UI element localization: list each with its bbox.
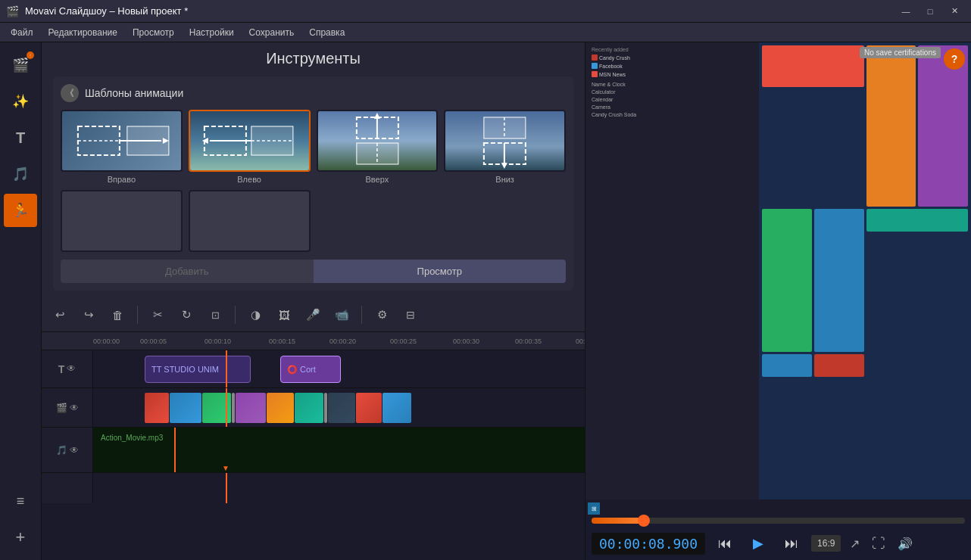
video-thumb-1[interactable] [145, 393, 169, 423]
menu-settings[interactable]: Настройки [182, 25, 242, 40]
template-actions: Добавить Просмотр [61, 260, 566, 283]
template-up[interactable]: Вверх [317, 110, 439, 184]
empty-track [42, 473, 585, 503]
help-button[interactable]: ? [944, 48, 965, 70]
delete-button[interactable]: 🗑 [105, 303, 130, 327]
ruler-10: 00:00:10 [205, 338, 231, 345]
video-thumb-5[interactable] [267, 393, 294, 423]
section-title: Шаблоны анимации [85, 87, 183, 99]
preview-template-button[interactable]: Просмотр [314, 260, 567, 283]
color-button[interactable]: ◑ [243, 303, 267, 327]
video-thumb-4[interactable] [236, 393, 266, 423]
svg-marker-13 [373, 113, 379, 119]
tools-title: Инструменты [53, 50, 573, 67]
close-button[interactable]: ✕ [944, 4, 965, 19]
audio-icon: 🎵 [12, 166, 29, 182]
clip-settings-icon: ⚙ [377, 308, 387, 322]
video-thumb-2[interactable] [170, 393, 201, 423]
eye-icon[interactable]: 👁 [67, 363, 76, 375]
go-start-button[interactable]: ⏮ [711, 530, 738, 557]
app-list: Candy Crush Facebook MSN News Name & Clo… [589, 54, 756, 118]
back-button[interactable]: 《 [61, 84, 79, 102]
app-icon-1 [592, 54, 598, 61]
video-thumb-8[interactable] [356, 393, 382, 423]
camera-button[interactable]: 📹 [329, 303, 354, 327]
fullscreen-button[interactable]: ⛶ [869, 533, 888, 555]
back-icon: 《 [65, 87, 74, 100]
tile-green [762, 209, 812, 351]
menu-save[interactable]: Сохранить [242, 25, 302, 40]
text-clip-1[interactable]: TT STUDIO UNIM [145, 356, 251, 383]
video-eye-icon[interactable]: 👁 [70, 403, 79, 413]
aspect-ratio[interactable]: 16:9 [811, 535, 841, 552]
audio-eye-icon[interactable]: 👁 [70, 445, 79, 456]
add-template-button: Добавить [61, 260, 314, 283]
tool-audio[interactable]: 🎵 [4, 157, 37, 191]
clip-settings-button[interactable]: ⚙ [370, 303, 394, 327]
tool-transitions[interactable]: 🏃 [4, 194, 37, 227]
timecode: 00:00:08.900 [592, 533, 705, 555]
template-down[interactable]: Вниз [444, 110, 566, 184]
rotate-button[interactable]: ↻ [174, 303, 198, 327]
clip-separator-2 [324, 393, 327, 423]
volume-button[interactable]: 🔊 [895, 534, 916, 554]
minimize-button[interactable]: — [895, 4, 916, 19]
music-icon: 🎵 [56, 445, 67, 456]
cut-button[interactable]: ✂ [145, 303, 170, 327]
template-right[interactable]: Вправо [61, 110, 183, 184]
preview-progress-bar[interactable] [592, 518, 965, 524]
crop-button[interactable]: ⊡ [203, 303, 227, 327]
menu-view[interactable]: Просмотр [125, 25, 182, 40]
video-thumb-3[interactable] [202, 393, 231, 423]
ruler-5: 00:00:05 [140, 338, 167, 345]
undo-button[interactable]: ↩ [48, 303, 72, 327]
left-toolbar: 🎬 ! ✨ T 🎵 🏃 ≡ + [0, 42, 42, 560]
redo-button[interactable]: ↪ [76, 303, 101, 327]
template-left[interactable]: Влево [189, 110, 311, 184]
text-track-label: T 👁 [42, 350, 93, 387]
text-clip-1-label: TT STUDIO UNIM [151, 365, 219, 374]
template-up-label: Вверх [317, 175, 439, 184]
app-item-6: Calendar [590, 96, 754, 103]
go-end-icon: ⏭ [785, 536, 798, 552]
animation-templates: 《 Шаблоны анимации [53, 76, 573, 291]
video-clips [145, 393, 411, 423]
app-item-7: Camera [590, 104, 754, 110]
video-thumb-9[interactable] [382, 393, 411, 423]
video-thumb-6[interactable] [295, 393, 323, 423]
maximize-button[interactable]: □ [919, 4, 941, 19]
titlebar: 🎬 Movavi Слайдшоу – Новый проект * — □ ✕ [0, 0, 971, 23]
text-clip-2[interactable]: ⭕ Cort [280, 356, 341, 383]
app-item-8: Candy Crush Soda [590, 111, 754, 118]
template-extra-1[interactable] [61, 190, 183, 252]
video-track: 🎬 👁 [42, 388, 585, 428]
progress-thumb[interactable] [638, 515, 650, 527]
tool-effects[interactable]: ✨ [4, 85, 37, 118]
video-thumb-7[interactable] [328, 393, 355, 423]
tool-settings-left[interactable]: ≡ [4, 484, 37, 518]
tool-add[interactable]: + [4, 521, 37, 554]
titlebar-controls[interactable]: — □ ✕ [895, 4, 965, 19]
preview-area: Recently added Candy Crush Facebook MSN … [585, 42, 971, 518]
playback-area: 00:00:08.900 ⏮ ▶ ⏭ 16:9 ↗ ⛶ 🔊 [585, 527, 971, 560]
camera-icon: 📹 [335, 308, 349, 322]
app-item-3: MSN News [590, 70, 754, 78]
audio-sliders-button[interactable]: ⊟ [398, 303, 423, 327]
image-button[interactable]: 🖼 [272, 303, 296, 327]
empty-track-content [93, 473, 585, 503]
play-button[interactable]: ▶ [745, 530, 772, 557]
template-extra-2[interactable] [189, 190, 311, 252]
mic-button[interactable]: 🎤 [301, 303, 325, 327]
go-end-button[interactable]: ⏭ [778, 530, 805, 557]
menu-file[interactable]: Файл [3, 25, 41, 40]
audio-track-icons: 🎵 👁 [56, 445, 79, 456]
tile-teal [866, 209, 968, 232]
tool-text[interactable]: T [4, 121, 37, 154]
menu-edit[interactable]: Редактирование [41, 25, 125, 40]
tile-office [866, 45, 916, 207]
menu-help[interactable]: Справка [301, 25, 352, 40]
timeline: 00:00:00 00:00:05 00:00:10 00:00:15 00:0… [42, 332, 585, 560]
tool-video[interactable]: 🎬 ! [4, 48, 37, 82]
svg-marker-18 [501, 163, 507, 169]
export-button[interactable]: ↗ [847, 534, 863, 554]
